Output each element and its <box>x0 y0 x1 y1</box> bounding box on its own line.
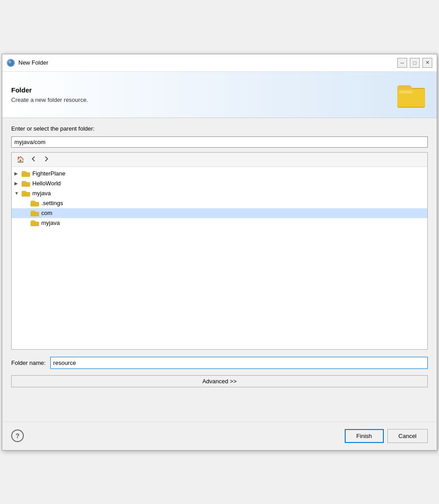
back-button[interactable] <box>28 154 39 165</box>
tree-item-label: myjava <box>41 219 60 226</box>
svg-rect-4 <box>399 91 413 93</box>
finish-button[interactable]: Finish <box>345 429 384 443</box>
dialog-title: New Folder <box>18 59 394 66</box>
folder-name-input[interactable] <box>50 357 428 369</box>
tree-item-label: FighterPlane <box>32 170 66 177</box>
tree-item[interactable]: ▶ HelloWorld <box>12 179 427 188</box>
toggle-icon: ▶ <box>14 181 22 186</box>
folder-icon <box>31 200 40 207</box>
window-controls: ─ □ ✕ <box>397 58 432 68</box>
tree-item[interactable]: ▼ myjava <box>12 188 427 198</box>
tree-item[interactable]: ▶ FighterPlane <box>12 169 427 179</box>
svg-rect-6 <box>22 172 30 177</box>
tree-item[interactable]: myjava <box>12 218 427 228</box>
folder-icon-large <box>396 79 428 110</box>
header-section: Folder Create a new folder resource. <box>2 72 437 118</box>
toggle-icon: ▼ <box>14 191 22 196</box>
bottom-bar: ? Finish Cancel <box>2 421 437 450</box>
tree-item[interactable]: .settings <box>12 198 427 208</box>
svg-rect-12 <box>31 202 39 206</box>
parent-folder-label: Enter or select the parent folder: <box>11 125 428 132</box>
svg-rect-16 <box>31 222 39 226</box>
folder-icon <box>22 190 31 197</box>
folder-icon <box>22 180 31 187</box>
svg-rect-10 <box>22 192 30 197</box>
toggle-icon: ▶ <box>14 171 22 176</box>
folder-icon <box>31 219 40 227</box>
tree-item-label: myjava <box>32 190 51 197</box>
tree-items: ▶ FighterPlane ▶ <box>12 167 427 230</box>
tree-item-label: HelloWorld <box>32 180 61 187</box>
folder-icon <box>22 170 31 177</box>
cancel-button[interactable]: Cancel <box>387 429 428 443</box>
close-button[interactable]: ✕ <box>422 58 432 68</box>
maximize-button[interactable]: □ <box>410 58 420 68</box>
parent-folder-input[interactable] <box>11 136 428 148</box>
toggle-icon <box>23 220 31 225</box>
bottom-buttons: Finish Cancel <box>345 429 428 443</box>
home-button[interactable]: 🏠 <box>14 154 26 164</box>
minimize-button[interactable]: ─ <box>397 58 407 68</box>
toggle-icon <box>23 210 31 215</box>
svg-rect-8 <box>22 182 30 187</box>
svg-rect-14 <box>31 212 39 216</box>
header-title: Folder <box>11 86 396 94</box>
folder-icon <box>31 210 40 217</box>
tree-item-label: .settings <box>41 200 63 206</box>
toggle-icon <box>23 201 31 206</box>
tree-container: 🏠 ▶ <box>11 152 428 350</box>
forward-button[interactable] <box>41 154 52 165</box>
advanced-button[interactable]: Advanced >> <box>11 375 428 387</box>
header-text: Folder Create a new folder resource. <box>11 86 396 103</box>
tree-toolbar: 🏠 <box>12 153 427 167</box>
svg-point-1 <box>9 61 11 63</box>
header-subtitle: Create a new folder resource. <box>11 96 396 103</box>
tree-item[interactable]: com <box>12 208 427 218</box>
content-section: Enter or select the parent folder: 🏠 ▶ <box>2 118 437 394</box>
folder-name-row: Folder name: <box>11 357 428 369</box>
new-folder-dialog: New Folder ─ □ ✕ Folder Create a new fol… <box>2 54 437 451</box>
folder-name-label: Folder name: <box>11 359 46 366</box>
app-icon <box>7 59 15 67</box>
title-bar: New Folder ─ □ ✕ <box>2 54 437 72</box>
tree-item-label: com <box>41 210 53 216</box>
help-button[interactable]: ? <box>11 429 24 442</box>
